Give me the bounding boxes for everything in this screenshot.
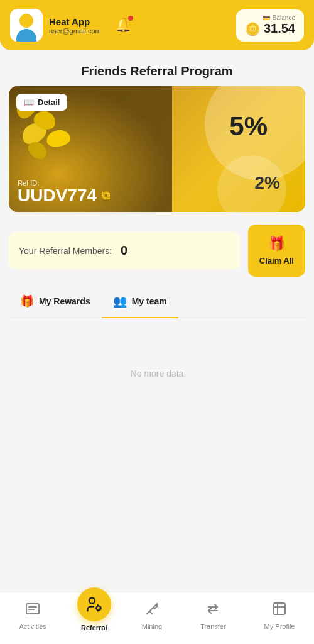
book-icon: 📖 xyxy=(24,97,34,107)
tabs-row: 🎁 My Rewards 👥 My team xyxy=(9,288,305,318)
header-left: Heat App user@gmail.com 🔔 xyxy=(10,9,132,42)
rewards-tab-label: My Rewards xyxy=(39,296,90,306)
svg-point-3 xyxy=(89,598,95,604)
mining-icon xyxy=(144,601,160,620)
avatar-body xyxy=(16,29,36,42)
rewards-tab-icon: 🎁 xyxy=(20,294,34,308)
nav-transfer[interactable]: Transfer xyxy=(193,599,234,633)
bell-container[interactable]: 🔔 xyxy=(110,17,132,33)
flower-3 xyxy=(45,128,72,148)
gift-icon: 🎁 xyxy=(268,236,285,252)
referral-members-row: Your Referral Members: 0 🎁 Claim All xyxy=(9,225,305,277)
coin-icon: 🪙 xyxy=(245,21,261,36)
svg-marker-6 xyxy=(153,604,157,609)
ref-id-value: UUDV774 ⧉ xyxy=(18,186,110,206)
tab-my-team[interactable]: 👥 My team xyxy=(102,288,178,318)
notification-badge xyxy=(127,14,134,22)
transfer-label: Transfer xyxy=(200,623,226,630)
copy-icon[interactable]: ⧉ xyxy=(102,189,110,203)
svg-rect-10 xyxy=(274,603,285,614)
avatar-head xyxy=(19,14,33,28)
referral-active-icon xyxy=(77,587,111,621)
balance-box: 💳 Balance 🪙 31.54 xyxy=(236,9,304,42)
transfer-icon xyxy=(205,601,220,620)
svg-line-5 xyxy=(147,608,153,614)
members-count: 0 xyxy=(121,243,127,258)
header: Heat App user@gmail.com 🔔 💳 Balance 🪙 31… xyxy=(0,0,314,50)
team-tab-icon: 👥 xyxy=(113,294,127,308)
referral-members-box: Your Referral Members: 0 xyxy=(9,232,241,269)
profile-label: My Profile xyxy=(264,623,295,630)
empty-state: No more data xyxy=(0,369,314,379)
balance-amount: 🪙 31.54 xyxy=(245,21,295,36)
referral-label: Referral xyxy=(81,624,107,631)
team-tab-label: My team xyxy=(132,296,167,306)
header-info: Heat App user@gmail.com xyxy=(49,16,101,35)
claim-all-button[interactable]: 🎁 Claim All xyxy=(248,225,305,277)
detail-button[interactable]: 📖 Detail xyxy=(16,94,67,111)
app-name: Heat App xyxy=(49,16,101,27)
bottom-nav: Activities Referral Mining xyxy=(0,592,314,644)
nav-mining[interactable]: Mining xyxy=(134,599,170,633)
referral-banner: 📖 Detail 5% 2% Ref ID: UUDV774 ⧉ xyxy=(9,86,305,212)
nav-activities[interactable]: Activities xyxy=(11,599,53,633)
avatar-figure xyxy=(15,13,38,42)
avatar xyxy=(10,9,43,42)
tab-my-rewards[interactable]: 🎁 My Rewards xyxy=(9,288,102,318)
nav-referral[interactable]: Referral xyxy=(77,600,111,631)
balance-label: 💳 Balance xyxy=(245,14,295,21)
wallet-icon: 💳 xyxy=(263,14,270,21)
profile-icon xyxy=(272,601,287,620)
percent-5: 5% xyxy=(229,111,268,142)
nav-profile[interactable]: My Profile xyxy=(257,599,303,633)
activities-icon xyxy=(25,601,40,620)
members-label: Your Referral Members: xyxy=(19,246,112,256)
svg-line-7 xyxy=(149,611,152,614)
user-email: user@gmail.com xyxy=(49,27,101,35)
page-title: Friends Referral Program xyxy=(0,50,314,86)
activities-label: Activities xyxy=(19,623,46,630)
mining-label: Mining xyxy=(142,623,162,630)
percent-2: 2% xyxy=(255,173,280,193)
